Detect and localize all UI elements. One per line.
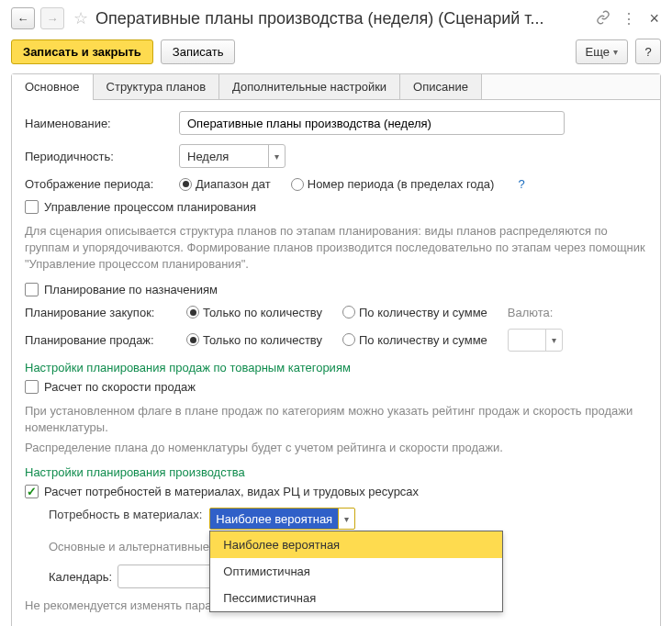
production-header: Настройки планирования производства	[25, 465, 647, 479]
speed-desc-1: При установленном флаге в плане продаж п…	[25, 403, 647, 436]
window-title: Оперативные планы производства (неделя) …	[95, 9, 585, 28]
material-need-dropdown: Наиболее вероятная Оптимистичная Пессими…	[209, 531, 503, 612]
periodicity-label: Периодичность:	[25, 150, 172, 163]
radio-icon	[186, 306, 199, 319]
currency-combo: ▾	[508, 329, 563, 352]
periodicity-value: Неделя	[180, 145, 268, 167]
radio-icon	[179, 178, 192, 191]
tab-desc[interactable]: Описание	[400, 74, 482, 99]
sales-category-header: Настройки планирования продаж по товарны…	[25, 361, 647, 374]
material-need-label: Потребность в материалах:	[49, 508, 202, 521]
link-icon[interactable]	[596, 10, 610, 28]
process-description: Для сценария описывается структура плано…	[25, 223, 647, 274]
name-input[interactable]	[179, 111, 565, 135]
arrow-left-icon: ←	[17, 12, 29, 26]
checkbox-process-mgmt[interactable]: Управление процессом планирования	[25, 200, 256, 214]
radio-prod-sum[interactable]: По количеству и сумме	[342, 333, 487, 347]
more-button[interactable]: Еще ▾	[576, 39, 628, 64]
more-label: Еще	[586, 45, 610, 59]
plan-zakup-label: Планирование закупок:	[25, 306, 179, 319]
dropdown-item-optimistic[interactable]: Оптимистичная	[210, 558, 502, 585]
help-button[interactable]: ?	[635, 39, 661, 64]
checkbox-icon	[25, 380, 39, 394]
radio-period-num[interactable]: Номер периода (в пределах года)	[291, 177, 495, 191]
radio-icon	[342, 333, 355, 346]
save-button[interactable]: Записать	[161, 39, 236, 64]
kebab-menu-icon[interactable]: ⋮	[622, 10, 636, 28]
tab-structure[interactable]: Структура планов	[94, 74, 219, 99]
save-close-button[interactable]: Записать и закрыть	[11, 39, 153, 64]
checkbox-icon	[25, 283, 39, 296]
checkbox-icon	[25, 485, 39, 498]
radio-icon	[186, 333, 199, 346]
speed-desc-2: Распределение плана до номенклатуры буде…	[25, 440, 647, 456]
chevron-down-icon[interactable]: ▾	[268, 145, 285, 167]
radio-icon	[342, 306, 355, 319]
tab-extra[interactable]: Дополнительные настройки	[219, 74, 400, 99]
name-label: Наименование:	[25, 117, 172, 130]
currency-label: Валюта:	[508, 306, 554, 319]
dropdown-item-pessimistic[interactable]: Пессимистичная	[210, 585, 502, 611]
close-icon[interactable]: ×	[647, 9, 661, 28]
checkbox-speed-calc[interactable]: Расчет по скорости продаж	[25, 380, 196, 394]
radio-range[interactable]: Диапазон дат	[179, 177, 271, 191]
material-need-value: Наиболее вероятная	[210, 509, 338, 529]
calendar-label: Календарь:	[49, 570, 112, 584]
radio-zakup-qty[interactable]: Только по количеству	[186, 306, 322, 319]
chevron-down-icon: ▾	[545, 330, 562, 351]
chevron-down-icon[interactable]: ▾	[338, 509, 354, 529]
checkbox-by-assignment[interactable]: Планирование по назначениям	[25, 283, 218, 296]
favorite-star-icon[interactable]: ☆	[73, 8, 88, 28]
plan-prod-label: Планирование продаж:	[25, 333, 179, 347]
checkbox-icon	[25, 200, 39, 214]
material-need-combo[interactable]: Наиболее вероятная ▾	[209, 508, 355, 530]
periodicity-combo[interactable]: Неделя ▾	[179, 144, 286, 168]
tab-main[interactable]: Основное	[12, 74, 94, 99]
nav-back-button[interactable]: ←	[11, 7, 35, 29]
radio-icon	[291, 178, 304, 191]
radio-prod-qty[interactable]: Только по количеству	[186, 333, 322, 347]
nav-forward-button[interactable]: →	[40, 7, 64, 29]
radio-zakup-sum[interactable]: По количеству и сумме	[342, 306, 487, 319]
display-label: Отображение периода:	[25, 177, 172, 191]
chevron-down-icon: ▾	[613, 47, 618, 57]
checkbox-resource-calc[interactable]: Расчет потребностей в материалах, видах …	[25, 485, 419, 498]
dropdown-item-probable[interactable]: Наиболее вероятная	[210, 531, 502, 558]
arrow-right-icon: →	[47, 12, 59, 26]
help-icon[interactable]: ?	[518, 177, 524, 191]
